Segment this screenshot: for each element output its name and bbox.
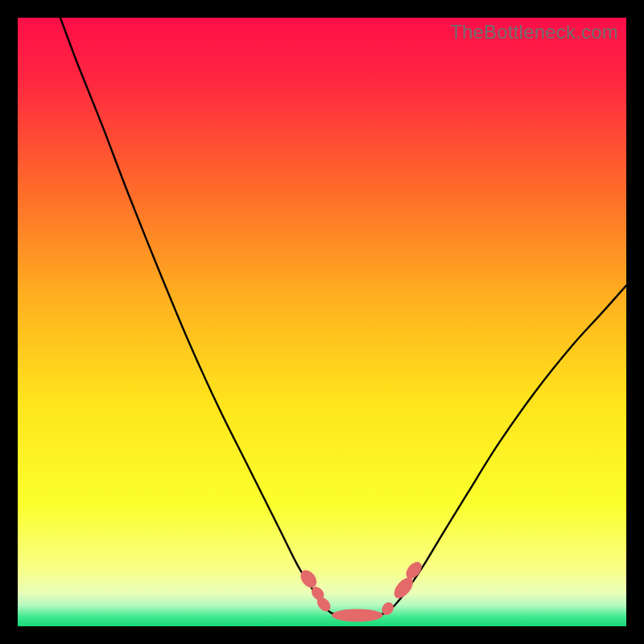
curve-layer — [18, 18, 626, 626]
curve-right-arm — [386, 286, 626, 613]
curve-left-arm — [60, 18, 331, 613]
marker-right-cluster-2 — [390, 574, 416, 601]
outer-frame: TheBottleneck.com — [0, 0, 644, 644]
marker-bottom-bar — [332, 609, 383, 621]
plot-area: TheBottleneck.com — [18, 18, 626, 626]
marker-group — [297, 559, 424, 621]
